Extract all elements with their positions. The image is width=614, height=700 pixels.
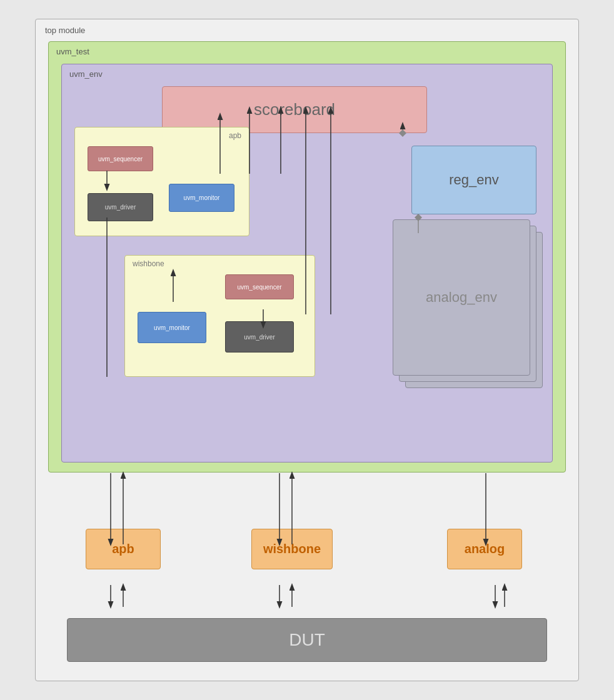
scoreboard-label: scoreboard [254, 100, 335, 119]
apb-agent-label: apb [229, 131, 241, 140]
top-module-container: top module uvm_test uvm_env scoreboard r… [35, 19, 579, 681]
reg-env-label: reg_env [449, 172, 499, 188]
interface-apb-box: apb [86, 529, 161, 569]
uvm-env-label: uvm_env [69, 69, 103, 79]
apb-monitor-label: uvm_monitor [184, 194, 220, 201]
apb-sequencer-label: uvm_sequencer [98, 156, 143, 162]
apb-monitor-box: uvm_monitor [169, 184, 234, 212]
dut-label: DUT [289, 630, 325, 650]
apb-sequencer-box: uvm_sequencer [88, 146, 153, 171]
apb-driver-label: uvm_driver [105, 204, 136, 211]
interface-analog-box: analog [447, 529, 522, 569]
interface-analog-label: analog [465, 542, 505, 556]
analog-env-box-3: analog_env [393, 219, 530, 376]
wb-monitor-label: uvm_monitor [154, 324, 190, 331]
analog-env-label: analog_env [426, 289, 497, 306]
top-module-label: top module [45, 26, 85, 35]
wb-driver-box: uvm_driver [225, 321, 294, 352]
wb-sequencer-box: uvm_sequencer [225, 274, 294, 299]
uvm-test-box: uvm_test uvm_env scoreboard reg_env apb … [48, 41, 566, 472]
scoreboard-box: scoreboard [162, 86, 427, 133]
wb-sequencer-label: uvm_sequencer [237, 284, 281, 291]
wb-driver-label: uvm_driver [244, 334, 274, 341]
wb-agent-label: wishbone [133, 259, 164, 268]
interface-wishbone-label: wishbone [263, 542, 321, 556]
apb-driver-box: uvm_driver [88, 193, 153, 221]
interface-wishbone-box: wishbone [251, 529, 333, 569]
reg-env-box: reg_env [411, 146, 536, 214]
dut-box: DUT [67, 618, 547, 662]
interface-apb-label: apb [112, 542, 134, 556]
apb-agent-box: apb uvm_sequencer uvm_driver uvm_monitor [74, 127, 249, 236]
uvm-env-box: uvm_env scoreboard reg_env apb uvm_seque… [61, 64, 553, 462]
uvm-test-label: uvm_test [56, 47, 89, 56]
wb-monitor-box: uvm_monitor [138, 312, 206, 343]
wb-agent-box: wishbone uvm_monitor uvm_sequencer uvm_d… [124, 255, 315, 377]
